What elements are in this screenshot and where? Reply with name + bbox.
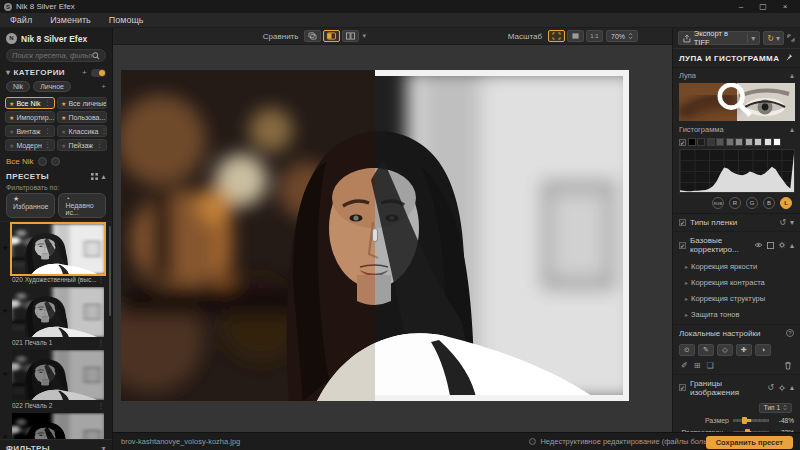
chevron-up-icon[interactable]: ▴ — [790, 241, 794, 250]
adjustment-tones[interactable]: ▸Защита тонов — [673, 306, 800, 325]
chevron-up-icon[interactable]: ▴ — [102, 172, 106, 181]
grid-view-icon[interactable] — [91, 173, 98, 180]
more-icon[interactable]: ⋮ — [98, 276, 105, 284]
tone-swatch[interactable] — [697, 138, 705, 146]
more-icon[interactable]: ⋮ — [44, 141, 51, 149]
basic-adjustments-checkbox[interactable]: ✓ — [679, 242, 686, 249]
more-icon[interactable]: ⋮ — [44, 127, 51, 135]
category-nav-button-2[interactable] — [51, 157, 60, 166]
star-icon[interactable]: ★ — [61, 100, 66, 107]
loupe-histogram-header[interactable]: ЛУПА И ГИСТОГРАММА — [673, 48, 800, 68]
preset-list[interactable]: ★ 020 Художественный (выс...⋮ ★ 021 Печа… — [0, 221, 112, 439]
channel-g-button[interactable]: G — [746, 197, 758, 209]
square-icon[interactable]: ⊞ — [694, 361, 701, 370]
tone-swatch[interactable] — [735, 138, 743, 146]
menu-file[interactable]: Файл — [10, 15, 32, 25]
star-icon[interactable]: ★ — [9, 128, 14, 135]
basic-adjustments-row[interactable]: ✓ Базовые корректиро... ▴ — [673, 232, 800, 258]
film-types-checkbox[interactable]: ✓ — [679, 219, 686, 226]
presets-header-row[interactable]: ПРЕСЕТЫ ▴ — [0, 168, 112, 183]
histogram-toggle-icon[interactable] — [767, 242, 774, 249]
more-icon[interactable]: ⋮ — [98, 402, 105, 410]
star-icon[interactable]: ★ — [2, 307, 8, 315]
more-icon[interactable]: ⋮ — [98, 339, 105, 347]
luminosity-mask-tool[interactable]: ◑ — [755, 344, 771, 356]
collapse-panel-icon[interactable] — [787, 34, 795, 42]
film-types-row[interactable]: ✓ Типы пленки ↺ ▾ — [673, 214, 800, 232]
more-icon[interactable]: ⋮ — [44, 99, 51, 107]
channel-r-button[interactable]: R — [729, 197, 741, 209]
categories-header-row[interactable]: ▾ КАТЕГОРИИ + — [0, 64, 112, 79]
star-icon[interactable]: ★ — [61, 128, 66, 135]
tone-swatch[interactable] — [754, 138, 762, 146]
preset-thumbnail[interactable] — [12, 350, 104, 400]
polygon-tool[interactable]: ◇ — [717, 344, 733, 356]
chevron-down-icon[interactable]: ▾ — [362, 32, 366, 40]
tone-swatch[interactable] — [688, 138, 696, 146]
adjustment-brightness[interactable]: ▸Коррекция яркости — [673, 258, 800, 274]
star-icon[interactable]: ★ — [61, 142, 66, 149]
category-nav-button-1[interactable] — [38, 157, 47, 166]
loupe-subheader[interactable]: Лупа ▴ — [673, 68, 800, 82]
tone-swatch[interactable] — [764, 138, 772, 146]
category-classic[interactable]: ★Классика⋮ — [57, 125, 107, 137]
sync-button[interactable]: ↻ ▾ — [763, 31, 784, 45]
maximize-button[interactable]: ▢ — [752, 2, 774, 11]
preset-thumbnail[interactable] — [12, 413, 104, 439]
category-custom[interactable]: ★Пользова...⋮ — [57, 111, 107, 123]
categories-toggle[interactable] — [91, 69, 106, 77]
star-icon[interactable]: ★ — [61, 114, 66, 121]
zoom-fit-button[interactable] — [548, 30, 565, 42]
menu-edit[interactable]: Изменить — [50, 15, 91, 25]
chevron-down-icon[interactable]: ▾ — [747, 34, 755, 43]
preset-item-020[interactable]: ★ 020 Художественный (выс...⋮ — [0, 222, 112, 285]
star-icon[interactable]: ★ — [9, 142, 14, 149]
reset-icon[interactable]: ↺ — [767, 383, 774, 392]
swatch-checkbox[interactable]: ✓ — [679, 139, 686, 146]
slider-handle[interactable] — [742, 417, 747, 424]
brush-tool[interactable]: ✎ — [698, 344, 714, 356]
tone-swatch[interactable] — [726, 138, 734, 146]
channel-rgb-button[interactable]: RGB — [712, 197, 724, 209]
channel-b-button[interactable]: B — [763, 197, 775, 209]
tab-nik[interactable]: Nik — [6, 81, 30, 92]
tone-swatch[interactable] — [716, 138, 724, 146]
tab-personal[interactable]: Личное — [33, 81, 71, 92]
more-icon[interactable]: ⋮ — [100, 127, 107, 135]
adjustment-structure[interactable]: ▸Коррекция структуры — [673, 290, 800, 306]
preset-scrollbar[interactable] — [109, 226, 111, 316]
compare-single-view-button[interactable] — [304, 30, 321, 42]
channel-l-button[interactable]: L — [780, 197, 792, 209]
compare-split-view-button[interactable] — [323, 30, 340, 42]
tone-swatch[interactable] — [745, 138, 753, 146]
copy-icon[interactable]: ❏ — [706, 361, 713, 370]
eye-icon[interactable] — [754, 242, 763, 248]
reset-icon[interactable]: ↺ — [779, 218, 786, 227]
chevron-down-icon[interactable]: ▾ — [790, 218, 794, 227]
preset-thumbnail[interactable] — [12, 224, 104, 274]
recent-filter-pill[interactable]: ◔ Недавно ис... — [58, 193, 106, 218]
search-box[interactable] — [6, 49, 106, 62]
preset-thumbnail[interactable] — [12, 287, 104, 337]
category-imported[interactable]: ★Импортир...⋮ — [5, 111, 55, 123]
favorites-filter-pill[interactable]: ★ Избранное — [6, 193, 55, 218]
star-icon[interactable]: ★ — [2, 244, 8, 252]
line-tool[interactable]: ✚ — [736, 344, 752, 356]
star-icon[interactable]: ★ — [2, 370, 8, 378]
star-icon[interactable]: ★ — [9, 114, 14, 121]
preset-item-023[interactable]: ★ — [0, 411, 112, 439]
search-input[interactable] — [12, 51, 92, 60]
category-vintage[interactable]: ★Винтаж⋮ — [5, 125, 55, 137]
trash-icon[interactable] — [784, 361, 792, 370]
image-canvas[interactable] — [113, 45, 672, 432]
add-tab-button[interactable]: + — [101, 82, 106, 91]
histogram-subheader[interactable]: Гистограмма ▴ — [673, 122, 800, 136]
preview-photo[interactable] — [121, 70, 629, 401]
loupe-preview[interactable] — [679, 83, 795, 121]
image-borders-row[interactable]: ✓ Границы изображения ↺ ▴ — [673, 375, 800, 401]
tone-swatch[interactable] — [773, 138, 781, 146]
close-button[interactable]: × — [774, 2, 796, 11]
category-all-nik[interactable]: ★Все Nik⋮ — [5, 97, 55, 109]
compare-sidebyside-button[interactable] — [342, 30, 359, 42]
add-category-button[interactable]: + — [82, 68, 87, 77]
